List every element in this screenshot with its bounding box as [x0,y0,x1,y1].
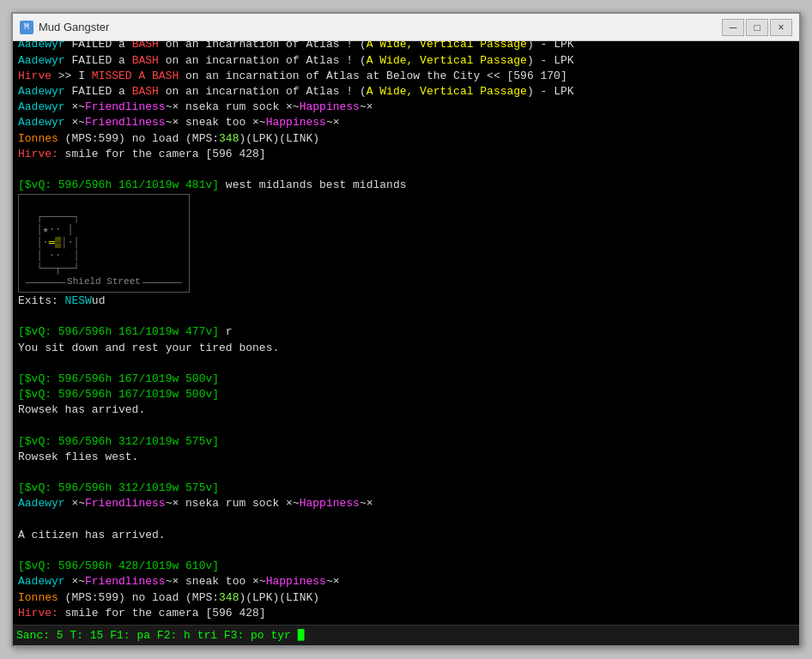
terminal-line: You sit down and rest your tired bones. [18,341,794,356]
status-bar: Sanc: 5 T: 15 F1: pa F2: h tri F3: po ty… [13,625,799,645]
terminal-line: Aadewyr ×~Friendliness~× nseka rum sock … [18,100,794,115]
terminal-line: Rowsek flies west. [18,450,794,465]
terminal-line [18,356,794,372]
terminal-line: [$vQ: 596/596h 161/1019w 481v] west midl… [18,178,794,193]
terminal-line: Aadewyr ×~Friendliness~× sneak too ×~Hap… [18,574,794,589]
terminal-line: Hirve: smile for the camera [596 428] [18,606,794,621]
terminal-output[interactable]: Aadewyr ×~Friendliness~× or anything ×~H… [13,41,799,625]
cursor-block: █ [291,629,305,642]
terminal-line: [$vQ: 596/596h 312/1019w 575v] [18,434,794,450]
close-button[interactable]: × [770,19,792,36]
terminal-line: Aadewyr ×~Friendliness~× nseka rum sock … [18,496,794,511]
terminal-line: [$vQ: 596/596h 167/1019w 500v] [18,387,794,402]
terminal-line [18,465,794,481]
terminal-line: Hirve: smile for the camera [596 428] [18,147,794,162]
titlebar: M Mud Gangster ─ □ × [13,14,799,41]
maximize-button[interactable]: □ [746,19,768,36]
terminal-line: Aadewyr FAILED a BASH on an incarnation … [18,41,794,53]
terminal-line: [$vQ: 596/596h 312/1019w 575v] [18,481,794,496]
terminal-line: Ionnes (MPS:599) no load (MPS:348)(LPK)(… [18,131,794,147]
terminal-line: Rowsek has arrived. [18,402,794,418]
terminal-line: [$vQ: 596/596h 428/1019w 610v] [18,559,794,574]
titlebar-left: M Mud Gangster [20,21,109,34]
terminal-line [18,419,794,434]
terminal-line [18,512,794,528]
map-display: ┌─────┐ │★·· │ │·═▒│·│ │ ·· │ └──┬──┘Shi… [18,193,794,293]
terminal-line: Aadewyr FAILED a BASH on an incarnation … [18,53,794,69]
main-window: M Mud Gangster ─ □ × Aadewyr ×~Friendlin… [11,12,801,647]
status-text: Sanc: 5 T: 15 F1: pa F2: h tri F3: po ty… [16,629,291,642]
terminal-line: [$vQ: 596/596h 161/1019w 477v] r [18,324,794,340]
window-controls: ─ □ × [722,19,792,36]
terminal-line: Hirve >> I MISSED A BASH on an incarnati… [18,69,794,84]
terminal-line: Exits: NESWud [18,293,794,309]
terminal-line: Ionnes (MPS:599) no load (MPS:348)(LPK)(… [18,590,794,606]
terminal-line: Aadewyr FAILED a BASH on an incarnation … [18,84,794,100]
app-icon: M [20,21,33,34]
minimize-button[interactable]: ─ [722,19,744,36]
terminal-line [18,162,794,178]
terminal-line [18,309,794,324]
terminal-line: Aadewyr ×~Friendliness~× sneak too ×~Hap… [18,115,794,130]
window-title: Mud Gangster [39,21,109,33]
terminal-line: A citizen has arrived. [18,528,794,543]
terminal-line [18,543,794,559]
terminal-line: [$vQ: 596/596h 167/1019w 500v] [18,372,794,387]
